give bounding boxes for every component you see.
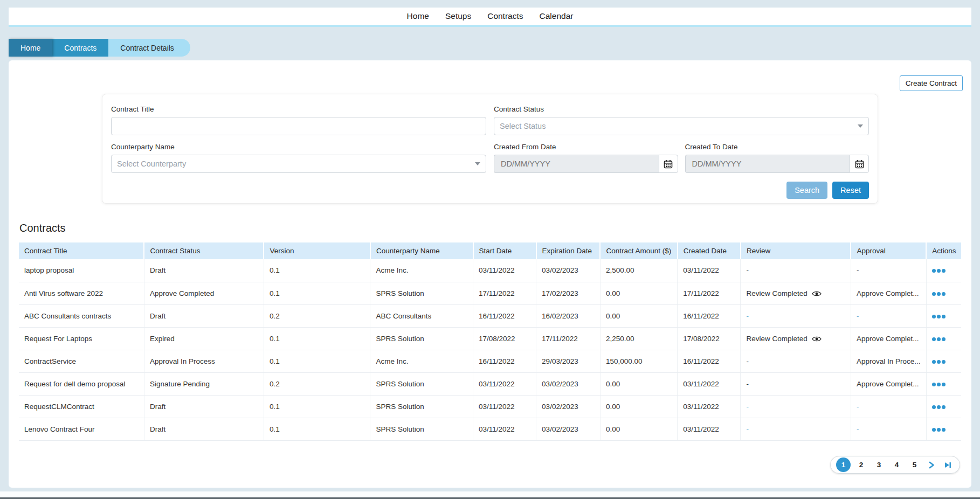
calendar-button[interactable]	[659, 155, 678, 173]
approval-cell: Approve Complet...	[851, 327, 926, 350]
amount-cell: 0.00	[600, 282, 677, 304]
expiration-date-cell: 17/02/2023	[536, 282, 601, 304]
approval-cell: -	[851, 304, 926, 327]
amount-cell: 150,000.00	[600, 350, 677, 372]
page-number-1[interactable]: 1	[836, 458, 851, 472]
approval-status[interactable]: -	[857, 425, 859, 433]
approval-status[interactable]: -	[857, 312, 859, 320]
expiration-date-cell: 16/02/2023	[536, 304, 601, 327]
version-cell: 0.2	[264, 372, 370, 395]
column-header: Approval	[851, 242, 926, 259]
contract-status-label: Contract Status	[494, 105, 869, 113]
start-date-cell: 03/11/2022	[473, 418, 536, 440]
approval-status[interactable]: -	[857, 403, 859, 411]
contract-status-select[interactable]: Select Status	[494, 117, 869, 135]
reset-button[interactable]: Reset	[832, 182, 869, 199]
start-date-cell: 17/08/2022	[473, 327, 536, 350]
nav-item-setups[interactable]: Setups	[445, 11, 471, 21]
contract-title-cell: Lenovo Contract Four	[19, 418, 144, 440]
table-row: RequestCLMContractDraft0.1SPRS Solution0…	[19, 395, 961, 418]
eye-icon[interactable]	[812, 336, 822, 342]
review-cell: -	[741, 372, 851, 395]
amount-cell: 2,250.00	[600, 327, 677, 350]
nav-item-contracts[interactable]: Contracts	[487, 11, 523, 21]
created-to-input[interactable]	[685, 155, 850, 173]
actions-cell	[926, 327, 961, 350]
created-date-cell: 17/08/2022	[678, 327, 741, 350]
page-number-3[interactable]: 3	[872, 458, 886, 472]
version-cell: 0.1	[264, 327, 370, 350]
table-row: Request for dell demo proposalSignature …	[19, 372, 961, 395]
nav-item-calendar[interactable]: Calendar	[540, 11, 574, 21]
contract-title-input[interactable]	[111, 117, 486, 135]
breadcrumb-home[interactable]: Home	[9, 39, 52, 57]
contract-title-cell: laptop proposal	[19, 259, 144, 282]
approval-status: Approve Complet...	[857, 380, 919, 388]
page-number-4[interactable]: 4	[889, 458, 904, 472]
breadcrumb-contracts[interactable]: Contracts	[52, 39, 108, 57]
amount-cell: 0.00	[600, 304, 677, 327]
review-status[interactable]: -	[746, 425, 749, 433]
counterparty-select[interactable]: Select Counterparty	[111, 155, 486, 173]
column-header: Contract Status	[144, 242, 264, 259]
review-cell: -	[741, 259, 851, 282]
amount-cell: 0.00	[600, 395, 677, 418]
nav-item-home[interactable]: Home	[407, 11, 429, 21]
next-page-button[interactable]	[925, 458, 938, 472]
start-date-cell: 16/11/2022	[473, 304, 536, 327]
row-actions-button[interactable]	[932, 405, 946, 409]
approval-cell: -	[851, 395, 926, 418]
row-actions-button[interactable]	[932, 315, 946, 318]
column-header: Start Date	[473, 242, 536, 259]
approval-cell: Approval In Proce...	[851, 350, 926, 372]
page-number-2[interactable]: 2	[854, 458, 868, 472]
start-date-cell: 03/11/2022	[473, 395, 536, 418]
contract-title-cell: RequestCLMContract	[19, 395, 144, 418]
search-button[interactable]: Search	[786, 182, 827, 199]
created-date-cell: 03/11/2022	[678, 395, 741, 418]
approval-cell: -	[851, 259, 926, 282]
review-status[interactable]: -	[746, 403, 749, 411]
created-from-input[interactable]	[494, 155, 659, 173]
table-row: Request For LaptopsExpired0.1SPRS Soluti…	[19, 327, 961, 350]
create-contract-button[interactable]: Create Contract	[900, 75, 963, 91]
counterparty-cell: SPRS Solution	[370, 372, 473, 395]
counterparty-cell: SPRS Solution	[370, 282, 473, 304]
contract-title-cell: Request for dell demo proposal	[19, 372, 144, 395]
column-header: Counterparty Name	[370, 242, 473, 259]
approval-cell: -	[851, 418, 926, 440]
expiration-date-cell: 03/02/2023	[536, 395, 601, 418]
top-navigation: Home Setups Contracts Calendar	[9, 8, 971, 27]
eye-icon[interactable]	[812, 290, 822, 297]
row-actions-button[interactable]	[932, 269, 946, 273]
calendar-button[interactable]	[850, 155, 869, 173]
row-actions-button[interactable]	[932, 428, 946, 432]
review-cell: -	[741, 418, 851, 440]
version-cell: 0.1	[264, 418, 370, 440]
counterparty-cell: SPRS Solution	[370, 418, 473, 440]
created-date-cell: 03/11/2022	[678, 372, 741, 395]
review-status[interactable]: -	[746, 312, 749, 320]
review-status: -	[746, 357, 749, 365]
table-title: Contracts	[19, 222, 66, 234]
approval-cell: Approve Complet...	[851, 282, 926, 304]
counterparty-cell: SPRS Solution	[370, 395, 473, 418]
row-actions-button[interactable]	[932, 292, 946, 296]
page-number-5[interactable]: 5	[907, 458, 922, 472]
row-actions-button[interactable]	[932, 360, 946, 364]
skip-to-last-icon	[944, 461, 951, 469]
row-actions-button[interactable]	[932, 337, 946, 341]
contract-title-cell: ContractService	[19, 350, 144, 372]
amount-cell: 2,500.00	[600, 259, 677, 282]
review-cell: -	[741, 350, 851, 372]
expiration-date-cell: 29/03/2023	[536, 350, 601, 372]
column-header: Created Date	[678, 242, 741, 259]
row-actions-button[interactable]	[932, 383, 946, 386]
contract-status-placeholder: Select Status	[500, 122, 546, 130]
review-status: -	[746, 380, 749, 388]
review-cell: Review Completed	[741, 327, 851, 350]
chevron-down-icon	[475, 162, 480, 165]
actions-cell	[926, 282, 961, 304]
contract-status-cell: Approval In Process	[144, 350, 264, 372]
last-page-button[interactable]	[941, 458, 954, 472]
